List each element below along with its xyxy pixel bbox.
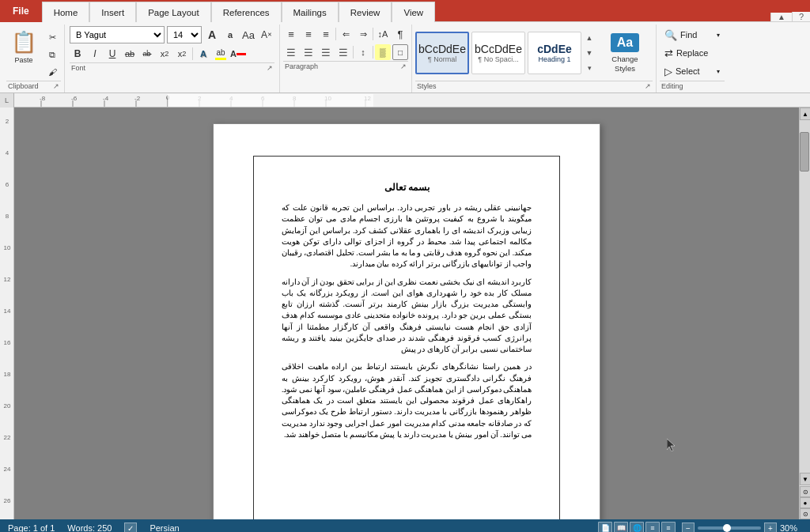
style-no-spacing-box[interactable]: bCcDdEe ¶ No Spaci... [471,32,525,74]
styles-down-arrow[interactable]: ▼ [584,47,595,59]
tab-mailings[interactable]: Mailings [282,2,339,22]
sort-button[interactable]: ↕A [375,26,391,42]
subscript-button[interactable]: x2 [157,46,172,62]
select-icon: ▷ [664,66,672,77]
help-btn[interactable]: ? [792,12,810,22]
document-title: بسمه تعالی [282,180,532,194]
line-spacing-button[interactable]: ↕ [355,44,371,60]
page-info: Page: 1 of 1 [8,523,55,532]
status-left: Page: 1 of 1 Words: 250 ✓ Persian [8,523,180,532]
svg-text:6: 6 [6,181,9,188]
document-canvas[interactable]: بسمه تعالی جهانبینی عقلی ریشه در باور تج… [14,108,799,519]
text-effects-button[interactable]: A [195,46,211,62]
tab-insert[interactable]: Insert [89,2,136,22]
tab-bar: File Home Insert Page Layout References … [0,0,810,22]
scroll-up-btn[interactable]: ▲ [800,108,810,120]
justify-button[interactable]: ☰ [335,44,351,60]
change-styles-label: ChangeStyles [611,55,638,73]
font-name-select[interactable]: B Yagut [70,26,165,43]
numbering-button[interactable]: ≡ [301,26,316,42]
borders-button[interactable]: □ [392,44,408,60]
tab-references[interactable]: References [211,2,282,22]
print-layout-btn[interactable]: 📄 [598,522,612,532]
svg-text:18: 18 [4,371,11,378]
change-case-button[interactable]: Aa [240,27,256,43]
styles-scroll: ▲ ▼ ▾ [584,32,595,74]
main-area: 2 4 6 8 10 12 14 16 18 20 22 24 26 بسمه … [0,108,810,519]
spellcheck-btn[interactable]: ✓ [124,523,137,532]
strikethrough-button[interactable]: ab [122,46,138,62]
shading-button[interactable]: ▒ [375,44,391,60]
tab-view[interactable]: View [392,2,435,22]
draft-btn[interactable]: ≡ [661,522,676,532]
zoom-in-btn[interactable]: + [764,523,777,532]
multilevel-button[interactable]: ≡ [318,26,334,42]
zoom-out-btn[interactable]: − [682,523,695,532]
para-divider1 [335,28,336,40]
format-painter-button[interactable]: 🖌 [44,64,61,80]
web-layout-btn[interactable]: 🌐 [630,522,644,532]
tab-page-layout[interactable]: Page Layout [136,2,211,22]
font-grow-button[interactable]: A [204,27,220,43]
italic-button[interactable]: I [87,46,103,62]
double-strikethrough-button[interactable]: ab̶ [139,46,155,62]
zoom-thumb[interactable] [723,524,731,532]
font-color-button[interactable]: A [230,46,246,62]
align-left-button[interactable]: ☰ [283,44,299,60]
style-normal-box[interactable]: bCcDdEe ¶ Normal [415,32,469,74]
svg-rect-23 [168,94,373,107]
find-icon: 🔍 [664,29,677,41]
align-center-button[interactable]: ☰ [301,44,316,60]
svg-text:4: 4 [6,149,9,157]
cut-button[interactable]: ✂ [44,29,61,45]
font-shrink-button[interactable]: a [222,27,238,43]
svg-text:14: 14 [4,308,11,315]
clear-formatting-button[interactable]: A✕ [259,27,274,43]
full-reading-btn[interactable]: 📖 [614,522,628,532]
zoom-slider[interactable] [698,526,761,530]
next-page-btn[interactable]: ⊙ [800,508,810,519]
copy-button[interactable]: ⧉ [44,47,61,62]
style-heading1-box[interactable]: cDdEe Heading 1 [528,32,581,74]
left-ruler-svg: 2 4 6 8 10 12 14 16 18 20 22 24 26 [0,108,14,519]
ruler-svg: -8 -6 -4 -2 0 2 4 6 8 10 12 [17,94,807,107]
scroll-track[interactable] [800,120,810,473]
styles-expand-icon[interactable]: ↗ [645,82,651,90]
outline-btn[interactable]: ≡ [645,522,660,532]
superscript-button[interactable]: x2 [174,46,190,62]
word-count: Words: 250 [67,523,112,532]
tab-home[interactable]: Home [42,2,90,22]
paragraph-expand-icon[interactable]: ↗ [400,62,407,70]
decrease-indent-button[interactable]: ⇐ [338,26,354,42]
language-indicator[interactable]: Persian [150,523,179,532]
svg-text:-8: -8 [40,95,46,102]
zoom-level[interactable]: 30% [780,523,802,532]
select-browse-btn[interactable]: ● [800,497,810,508]
increase-indent-button[interactable]: ⇒ [355,26,371,42]
highlight-button[interactable]: ab [213,46,229,62]
paste-button[interactable]: 📋 Paste [6,26,41,66]
change-styles-button[interactable]: Aa ChangeStyles [597,30,653,76]
font-size-select[interactable]: 14 [167,26,202,43]
bullets-button[interactable]: ≡ [283,26,299,42]
scroll-down-btn[interactable]: ▼ [800,473,810,485]
font-expand-icon[interactable]: ↗ [267,64,273,72]
styles-up-arrow[interactable]: ▲ [584,32,595,44]
bold-button[interactable]: B [70,46,85,62]
select-button[interactable]: ▷ Select ▾ [660,63,725,80]
vertical-scrollbar[interactable]: ▲ ▼ ⊙ ● ⊙ [799,108,810,519]
ribbon-minimize-btn[interactable]: ▲ [770,13,792,22]
prev-page-btn[interactable]: ⊙ [800,486,810,497]
align-right-button[interactable]: ☰ [318,44,334,60]
ruler-corner[interactable]: L [0,93,14,108]
styles-more-arrow[interactable]: ▾ [584,62,595,74]
scroll-thumb[interactable] [800,132,809,172]
tab-file[interactable]: File [0,0,42,22]
underline-button[interactable]: U [104,46,120,62]
tab-review[interactable]: Review [339,2,392,22]
show-marks-button[interactable]: ¶ [392,26,408,42]
font-divider [192,47,193,60]
replace-button[interactable]: ⇄ Replace [660,45,725,62]
find-button[interactable]: 🔍 Find ▾ [660,27,725,43]
clipboard-expand-icon[interactable]: ↗ [53,82,59,90]
